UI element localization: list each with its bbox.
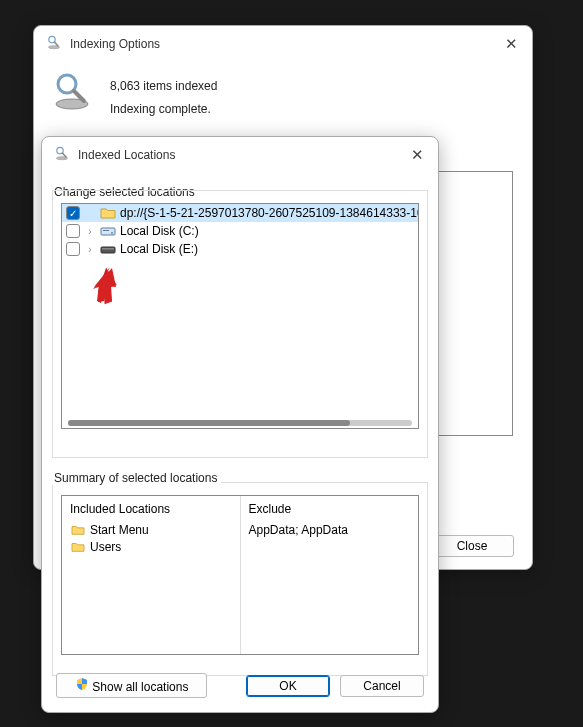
chevron-right-icon[interactable]: › xyxy=(84,226,96,237)
tree-row-label: dp://{S-1-5-21-2597013780-2607525109-138… xyxy=(120,206,419,220)
show-all-locations-button[interactable]: Show all locations xyxy=(56,673,207,698)
shield-icon xyxy=(75,677,89,691)
parent-close-button[interactable]: ✕ xyxy=(502,35,520,53)
svg-rect-13 xyxy=(102,248,114,250)
cancel-button[interactable]: Cancel xyxy=(340,675,424,697)
svg-point-11 xyxy=(111,232,113,234)
parent-title: Indexing Options xyxy=(70,37,160,51)
close-icon: ✕ xyxy=(505,35,518,53)
close-button[interactable]: Close xyxy=(430,535,514,557)
list-item[interactable]: Users xyxy=(70,539,232,556)
folder-icon xyxy=(70,523,86,537)
tree-row[interactable]: › Local Disk (C:) xyxy=(62,222,418,240)
included-item-label: Users xyxy=(90,539,121,556)
svg-rect-12 xyxy=(101,247,115,253)
chevron-right-icon[interactable]: › xyxy=(84,244,96,255)
tree-row[interactable]: › Local Disk (E:) xyxy=(62,240,418,258)
close-icon: ✕ xyxy=(411,146,424,164)
child-titlebar: Indexed Locations ✕ xyxy=(42,137,438,172)
checkbox-icon[interactable] xyxy=(66,242,80,256)
folder-icon xyxy=(70,540,86,554)
svg-line-2 xyxy=(54,42,58,46)
svg-line-8 xyxy=(62,153,66,157)
included-header: Included Locations xyxy=(70,502,232,516)
included-item-label: Start Menu xyxy=(90,522,149,539)
indexing-status-text: Indexing complete. xyxy=(110,98,217,121)
drive-icon xyxy=(100,242,116,256)
checkbox-icon[interactable] xyxy=(66,224,80,238)
parent-titlebar: Indexing Options ✕ xyxy=(34,26,532,61)
list-item: AppData; AppData xyxy=(249,522,411,539)
items-indexed-text: 8,063 items indexed xyxy=(110,75,217,98)
locations-group: dp://{S-1-5-21-2597013780-2607525109-138… xyxy=(52,190,428,458)
search-icon xyxy=(54,145,70,164)
magnifier-icon xyxy=(52,71,92,115)
summary-group-label: Summary of selected locations xyxy=(50,471,221,485)
indexed-locations-window: Indexed Locations ✕ Change selected loca… xyxy=(41,136,439,713)
svg-rect-10 xyxy=(103,230,109,231)
tree-row-label: Local Disk (C:) xyxy=(120,224,199,238)
tree-row[interactable]: dp://{S-1-5-21-2597013780-2607525109-138… xyxy=(62,204,418,222)
show-all-label: Show all locations xyxy=(92,680,188,694)
tree-row-label: Local Disk (E:) xyxy=(120,242,198,256)
exclude-item-label: AppData; AppData xyxy=(249,522,348,539)
search-icon xyxy=(46,34,62,53)
child-title: Indexed Locations xyxy=(78,148,175,162)
summary-table: Included Locations Start Menu Users Excl… xyxy=(61,495,419,655)
ok-button[interactable]: OK xyxy=(246,675,330,697)
folder-icon xyxy=(100,206,116,220)
child-close-button[interactable]: ✕ xyxy=(408,146,426,164)
list-item[interactable]: Start Menu xyxy=(70,522,232,539)
horizontal-scrollbar[interactable] xyxy=(68,420,412,426)
scrollbar-thumb[interactable] xyxy=(68,420,350,426)
summary-group: Included Locations Start Menu Users Excl… xyxy=(52,482,428,676)
drive-icon xyxy=(100,224,116,238)
checkbox-icon[interactable] xyxy=(66,206,80,220)
svg-rect-9 xyxy=(101,228,115,235)
exclude-header: Exclude xyxy=(249,502,411,516)
locations-tree[interactable]: dp://{S-1-5-21-2597013780-2607525109-138… xyxy=(61,203,419,429)
